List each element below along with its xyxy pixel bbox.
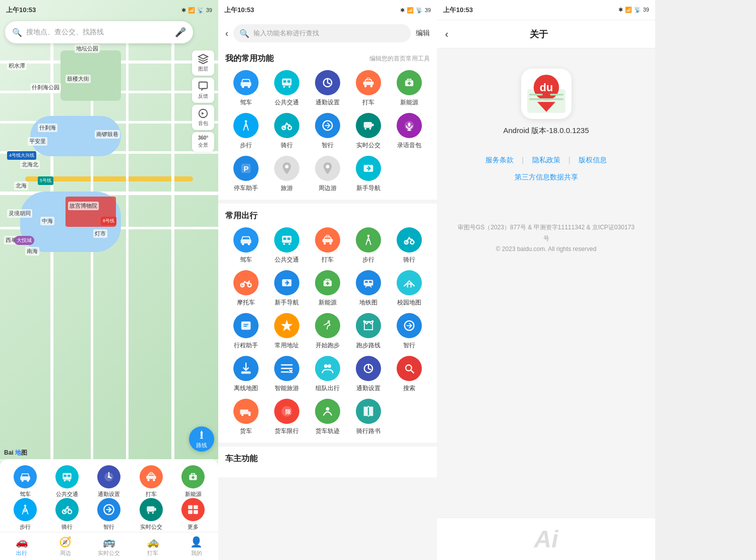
- feedback-button[interactable]: 反馈: [192, 78, 214, 103]
- layers-button[interactable]: 图层: [192, 50, 214, 76]
- feature-item-commute[interactable]: 通勤设置: [88, 465, 130, 498]
- about-copyright[interactable]: 版权信息: [579, 156, 607, 165]
- my-tool-drive[interactable]: 驾车: [225, 70, 266, 107]
- ct-taxi[interactable]: 打车: [307, 227, 348, 264]
- svg-point-25: [152, 512, 154, 514]
- svg-rect-67: [287, 237, 290, 240]
- ct-transit[interactable]: 公共交通: [266, 227, 307, 264]
- ct-campus[interactable]: 校园地图: [389, 270, 430, 307]
- map-canvas[interactable]: 地坛公园 积水潭 鼓楼大街 什刹海公园 什刹海 南锣鼓巷 西四 平安里 北海北 …: [0, 0, 218, 459]
- features-search-bar[interactable]: 🔍 输入功能名称进行查找: [233, 24, 411, 42]
- ct-bike[interactable]: 骑行: [389, 227, 430, 264]
- feature-item-realtime-bus[interactable]: 实时公交: [130, 498, 172, 531]
- about-service-terms[interactable]: 服务条款: [485, 156, 514, 165]
- my-tool-commute[interactable]: 通勤设置: [307, 70, 348, 107]
- map-search-bar[interactable]: 🔍 搜地点、查公交、找路线 🎤: [5, 21, 193, 43]
- ct-moto-circle: [233, 270, 259, 295]
- svg-point-21: [68, 506, 69, 508]
- ct-commute[interactable]: 通勤设置: [348, 356, 389, 393]
- map-label: 灵境胡同: [7, 209, 32, 218]
- feature-item-walk[interactable]: 步行: [4, 498, 46, 531]
- my-tool-beginner[interactable]: 新手导航: [348, 156, 389, 193]
- status-bar-about: 上午10:53 ✱ 📶 📡 39: [437, 0, 655, 20]
- mic-icon[interactable]: 🎤: [175, 27, 186, 38]
- ct-run-route[interactable]: 跑步路线: [348, 313, 389, 350]
- route-button[interactable]: 路线: [189, 426, 214, 452]
- map-label: 积水潭: [7, 61, 27, 70]
- ct-trip[interactable]: 行程助手: [225, 313, 266, 350]
- ct-run[interactable]: 开始跑步: [307, 313, 348, 350]
- nav-item-travel[interactable]: 🚗 出行: [0, 532, 44, 560]
- nav-item-realtime[interactable]: 🚌 实时公交: [87, 532, 131, 560]
- my-tool-travel[interactable]: 旅游: [266, 156, 307, 193]
- nav-item-mine[interactable]: 👤 我的: [174, 532, 218, 560]
- ct-campus-circle: [397, 270, 422, 295]
- ct-group[interactable]: 组队出行: [307, 356, 348, 393]
- ct-ev[interactable]: 新能源: [307, 270, 348, 307]
- my-tool-taxi[interactable]: 打车: [348, 70, 389, 107]
- my-tool-parking[interactable]: P 停车助手: [225, 156, 266, 193]
- panorama-button[interactable]: 360° 全景: [192, 132, 214, 152]
- ct-favorites[interactable]: 常用地址: [266, 313, 307, 350]
- ct-offline[interactable]: 离线地图: [225, 356, 266, 393]
- my-tool-voice[interactable]: 录语音包: [389, 113, 430, 150]
- my-tool-bike[interactable]: 骑行: [266, 113, 307, 150]
- bluetooth-icon: ✱: [181, 7, 186, 14]
- ct-label: 校园地图: [397, 298, 421, 307]
- ct-smart-travel[interactable]: 智能旅游: [266, 356, 307, 393]
- ct-walk[interactable]: 步行: [348, 227, 389, 264]
- my-tool-walk[interactable]: 步行: [225, 113, 266, 150]
- ct-truck[interactable]: 货车: [225, 399, 266, 435]
- my-tool-transit[interactable]: 公共交通: [266, 70, 307, 107]
- feature-item-more[interactable]: 更多: [172, 498, 214, 531]
- ct-label: 行程助手: [234, 341, 258, 350]
- about-back-button[interactable]: ‹: [445, 28, 449, 40]
- my-tool-ev[interactable]: 新能源: [389, 70, 430, 107]
- ct-trip-circle: [233, 313, 259, 338]
- svg-point-90: [363, 321, 366, 323]
- my-tool-realtime-bus[interactable]: 实时公交: [348, 113, 389, 150]
- nav-item-taxi[interactable]: 🚕 打车: [131, 532, 175, 560]
- svg-text:限: 限: [285, 409, 291, 415]
- ct-label: 常用地址: [275, 341, 299, 350]
- metro-line-badge: 8号线: [101, 217, 116, 225]
- svg-rect-93: [241, 371, 250, 374]
- feature-item-bike[interactable]: 骑行: [46, 498, 88, 531]
- feature-item-taxi[interactable]: 打车: [130, 465, 172, 498]
- ct-drive[interactable]: 驾车: [225, 227, 266, 264]
- features-back-button[interactable]: ‹: [225, 28, 228, 39]
- my-tool-smart[interactable]: 智行: [307, 113, 348, 150]
- about-privacy-policy[interactable]: 隐私政策: [532, 156, 560, 165]
- svg-rect-81: [364, 280, 373, 286]
- features-scroll[interactable]: 我的常用功能 编辑您的首页常用工具 驾车 公共交通: [218, 46, 437, 560]
- ai-watermark-area: Ai: [437, 518, 655, 560]
- edit-button[interactable]: 编辑: [416, 29, 430, 38]
- ct-beginner[interactable]: 新手导航: [266, 270, 307, 307]
- ct-bike-book[interactable]: 骑行路书: [348, 399, 389, 435]
- feature-item-ev[interactable]: 新能源: [172, 465, 214, 498]
- feature-label: 更多: [187, 523, 199, 531]
- map-label: 平安里: [28, 137, 47, 146]
- ct-metro[interactable]: 地铁图: [348, 270, 389, 307]
- about-version: Android 版本-18.0.0.1235: [503, 126, 589, 136]
- ct-label: 骑行路书: [356, 427, 381, 435]
- baidu-logo: Bai 地图: [4, 449, 27, 457]
- battery-icon2: 39: [425, 7, 431, 14]
- my-tool-nearby-tour[interactable]: 周边游: [307, 156, 348, 193]
- about-third-party[interactable]: 第三方信息数据共享: [515, 173, 578, 182]
- ct-smart[interactable]: 智行: [389, 313, 430, 350]
- ct-moto[interactable]: 摩托车: [225, 270, 266, 307]
- feature-item-transit[interactable]: 公共交通: [46, 465, 88, 498]
- ct-truck-track[interactable]: 货车轨迹: [307, 399, 348, 435]
- ct-label: 步行: [362, 256, 374, 264]
- feature-item-drive[interactable]: 驾车: [4, 465, 46, 498]
- my-tool-label: 新能源: [400, 98, 418, 107]
- ct-search[interactable]: 搜索: [389, 356, 430, 393]
- baidu-map-icon-svg: du: [524, 71, 569, 116]
- ct-truck-limit[interactable]: 限 货车限行: [266, 399, 307, 435]
- svg-point-13: [108, 476, 110, 478]
- nav-item-nearby[interactable]: 🧭 周边: [44, 532, 88, 560]
- smart-circle: [97, 498, 120, 521]
- voice-pack-button[interactable]: 音包: [192, 105, 214, 130]
- feature-item-smart[interactable]: 智行: [88, 498, 130, 531]
